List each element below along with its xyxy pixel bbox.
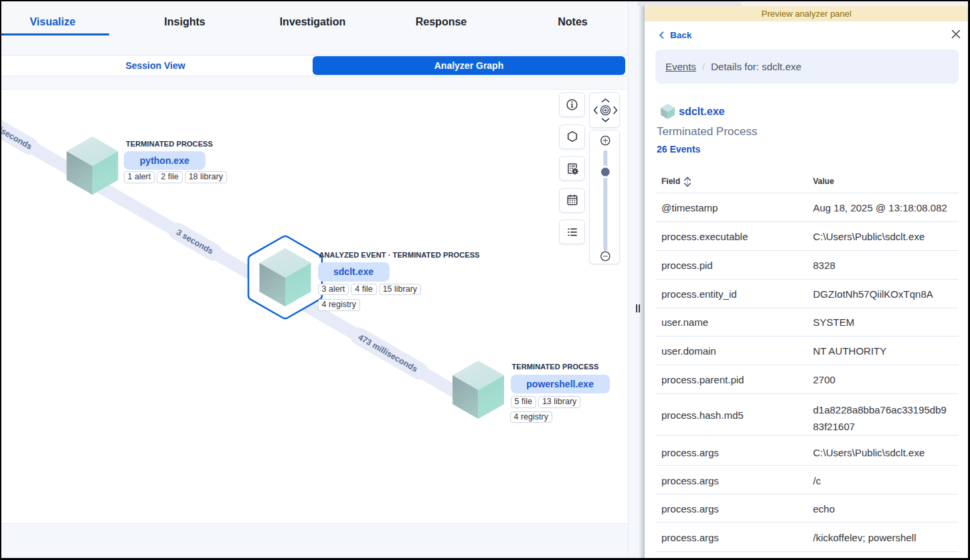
svg-text:473 milliseconds: 473 milliseconds [357,333,420,374]
